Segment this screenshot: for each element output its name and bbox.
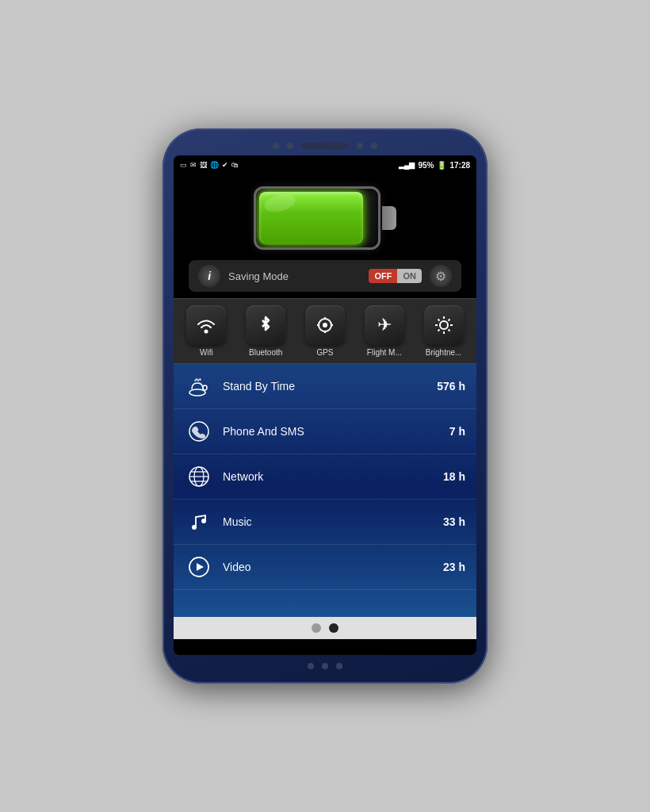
music-value: 33 h — [443, 515, 465, 528]
brightness-label: Brightne... — [426, 348, 462, 357]
bluetooth-label: Bluetooth — [249, 348, 282, 357]
svg-point-25 — [201, 519, 206, 523]
wifi-icon — [195, 314, 217, 336]
standby-name: Stand By Time — [223, 380, 427, 393]
video-icon — [185, 553, 213, 581]
svg-line-14 — [448, 320, 449, 321]
svg-rect-17 — [203, 385, 207, 390]
network-name: Network — [223, 470, 434, 483]
bluetooth-icon — [254, 314, 277, 336]
battery-body — [254, 186, 380, 250]
speaker — [301, 143, 349, 149]
phone-bottom — [174, 663, 476, 669]
music-name: Music — [223, 515, 434, 528]
phone-sms-icon — [185, 417, 213, 446]
dot-right1 — [357, 143, 363, 149]
gps-label: GPS — [316, 348, 333, 357]
play-circle-icon — [186, 554, 212, 580]
stat-row-standby[interactable]: Stand By Time 576 h — [174, 364, 476, 409]
svg-line-15 — [438, 330, 439, 331]
toggle-gps[interactable]: GPS — [301, 305, 349, 357]
toggle-off[interactable]: OFF — [369, 269, 397, 283]
phone-sms-name: Phone And SMS — [223, 425, 440, 438]
phone-icon — [186, 419, 212, 444]
toggle-on[interactable]: ON — [397, 269, 422, 283]
dot-left — [273, 143, 279, 149]
music-icon — [185, 508, 213, 536]
battery-icon: 🔋 — [437, 161, 446, 170]
status-bar: ▭ ✉ 🖼 🌐 ✔ 🛍 ▂▄▆ 95% 🔋 17:28 — [174, 155, 476, 174]
coffee-icon — [186, 373, 212, 399]
globe-icon: 🌐 — [210, 161, 219, 169]
brightness-button[interactable] — [424, 305, 464, 345]
music-note-icon — [186, 509, 212, 534]
network-value: 18 h — [443, 470, 465, 483]
bag-icon: 🛍 — [231, 161, 239, 169]
toggle-bluetooth[interactable]: Bluetooth — [242, 305, 289, 357]
phone-sms-value: 7 h — [449, 425, 465, 438]
gps-icon — [314, 314, 336, 336]
flight-mode-button[interactable]: ✈ — [365, 305, 404, 345]
standby-icon — [185, 372, 213, 400]
info-icon[interactable]: i — [198, 265, 220, 287]
svg-point-16 — [189, 389, 205, 396]
wifi-button[interactable] — [186, 305, 226, 345]
bottom-dot-3 — [336, 663, 342, 669]
brightness-icon — [433, 314, 455, 336]
battery-graphic — [254, 182, 396, 254]
bottom-bar — [174, 639, 476, 655]
airplane-icon: ✈ — [377, 315, 392, 335]
stats-list: Stand By Time 576 h Phone And SMS 7 h — [174, 364, 476, 617]
stat-row-network[interactable]: Network 18 h — [174, 454, 476, 500]
saving-mode-toggle[interactable]: OFF ON — [369, 269, 422, 283]
tablet-icon: ▭ — [180, 161, 187, 169]
svg-point-24 — [192, 525, 197, 530]
stat-row-video[interactable]: Video 23 h — [174, 545, 476, 590]
check-icon: ✔ — [222, 161, 228, 169]
quick-toggles: Wifi Bluetooth — [174, 298, 476, 364]
saving-mode-row: i Saving Mode OFF ON ⚙ — [189, 260, 461, 292]
wifi-label: Wifi — [200, 348, 213, 357]
globe-icon — [186, 464, 212, 489]
video-value: 23 h — [443, 561, 465, 573]
phone-top-bar — [174, 143, 476, 149]
battery-terminal — [382, 206, 396, 230]
svg-point-0 — [205, 330, 208, 334]
dot-right2 — [371, 143, 377, 149]
gps-button[interactable] — [305, 305, 345, 345]
bottom-dot-2 — [322, 663, 328, 669]
settings-icon[interactable]: ⚙ — [430, 265, 452, 287]
svg-point-2 — [323, 323, 327, 327]
video-name: Video — [223, 561, 434, 573]
svg-marker-27 — [197, 563, 204, 571]
stat-row-phone[interactable]: Phone And SMS 7 h — [174, 409, 476, 454]
image-icon: 🖼 — [200, 161, 207, 169]
page-dot-2[interactable] — [329, 623, 338, 633]
message-icon: ✉ — [190, 161, 197, 169]
signal-icon: ▂▄▆ — [399, 161, 415, 169]
phone-device: ▭ ✉ 🖼 🌐 ✔ 🛍 ▂▄▆ 95% 🔋 17:28 — [162, 128, 488, 684]
battery-section: i Saving Mode OFF ON ⚙ — [174, 174, 476, 298]
toggle-brightness[interactable]: Brightne... — [420, 305, 468, 357]
saving-mode-label: Saving Mode — [228, 270, 361, 282]
page-dots — [174, 617, 476, 639]
status-right: ▂▄▆ 95% 🔋 17:28 — [399, 161, 470, 170]
bluetooth-button[interactable] — [246, 305, 285, 345]
toggle-wifi[interactable]: Wifi — [182, 305, 230, 357]
screen: ▭ ✉ 🖼 🌐 ✔ 🛍 ▂▄▆ 95% 🔋 17:28 — [174, 155, 476, 655]
battery-percent: 95% — [418, 161, 434, 170]
toggle-flight-mode[interactable]: ✈ Flight M... — [361, 305, 408, 357]
dot-left2 — [287, 143, 293, 149]
time-display: 17:28 — [449, 161, 470, 170]
standby-value: 576 h — [437, 380, 465, 393]
status-icons-left: ▭ ✉ 🖼 🌐 ✔ 🛍 — [180, 161, 239, 169]
bottom-dot-1 — [308, 663, 314, 669]
svg-point-7 — [440, 321, 448, 329]
flight-mode-label: Flight M... — [367, 348, 402, 357]
page-dot-1[interactable] — [312, 623, 321, 633]
svg-line-13 — [448, 330, 449, 331]
stat-row-music[interactable]: Music 33 h — [174, 500, 476, 545]
svg-line-12 — [438, 320, 439, 321]
network-icon — [185, 462, 213, 491]
